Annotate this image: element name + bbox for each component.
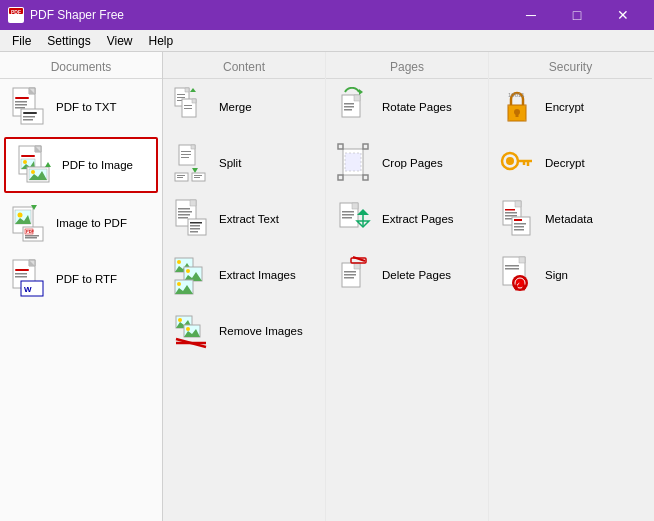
remove-images-icon — [173, 311, 209, 351]
menu-view[interactable]: View — [99, 32, 141, 50]
item-remove-images[interactable]: Remove Images — [163, 303, 325, 359]
svg-rect-67 — [178, 214, 190, 216]
svg-rect-65 — [178, 208, 190, 210]
svg-rect-11 — [23, 112, 37, 114]
pdf-to-rtf-label: PDF to RTF — [56, 272, 117, 287]
svg-rect-96 — [338, 175, 343, 180]
extract-text-icon — [173, 199, 209, 239]
svg-marker-135 — [519, 257, 525, 263]
item-decrypt[interactable]: Decrypt — [489, 135, 652, 191]
crop-pages-label: Crop Pages — [382, 156, 443, 171]
close-button[interactable]: ✕ — [600, 0, 646, 30]
svg-text:PDF: PDF — [11, 9, 21, 15]
svg-marker-50 — [190, 88, 196, 92]
svg-rect-62 — [194, 177, 200, 178]
svg-rect-68 — [178, 217, 188, 219]
svg-rect-88 — [344, 103, 354, 105]
svg-marker-42 — [185, 88, 189, 92]
item-pdf-to-txt[interactable]: PDF to TXT — [0, 79, 162, 135]
svg-marker-47 — [192, 99, 196, 103]
pdf-to-txt-icon — [10, 87, 46, 127]
delete-pages-label: Delete Pages — [382, 268, 451, 283]
item-pdf-to-rtf[interactable]: W PDF to RTF — [0, 251, 162, 307]
item-sign[interactable]: ✓ Sign — [489, 247, 652, 303]
svg-rect-136 — [505, 265, 519, 267]
svg-rect-6 — [15, 97, 29, 99]
svg-point-22 — [31, 170, 35, 174]
col-security: Security 10011 — [489, 52, 652, 521]
metadata-icon — [499, 199, 535, 239]
svg-point-19 — [23, 160, 27, 164]
merge-label: Merge — [219, 100, 252, 115]
minimize-button[interactable]: ─ — [508, 0, 554, 30]
header-security: Security — [489, 52, 652, 79]
item-extract-images[interactable]: Extract Images — [163, 247, 325, 303]
svg-marker-99 — [352, 203, 358, 209]
svg-rect-89 — [344, 106, 354, 108]
svg-rect-94 — [338, 144, 343, 149]
sign-label: Sign — [545, 268, 568, 283]
svg-point-77 — [186, 269, 190, 273]
maximize-button[interactable]: □ — [554, 0, 600, 30]
svg-rect-95 — [363, 144, 368, 149]
svg-marker-91 — [359, 89, 363, 95]
pdf-to-image-label: PDF to Image — [62, 158, 133, 173]
header-documents: Documents — [0, 52, 162, 79]
item-extract-pages[interactable]: Extract Pages — [326, 191, 488, 247]
svg-point-79 — [177, 282, 181, 286]
svg-point-119 — [506, 157, 514, 165]
split-label: Split — [219, 156, 241, 171]
delete-pages-icon — [336, 255, 372, 295]
svg-rect-7 — [15, 101, 27, 103]
svg-rect-12 — [23, 116, 35, 118]
svg-marker-52 — [191, 145, 195, 149]
item-image-to-pdf[interactable]: PDF Image to PDF — [0, 195, 162, 251]
svg-rect-127 — [505, 215, 517, 217]
svg-rect-100 — [342, 211, 354, 213]
split-icon — [173, 143, 209, 183]
svg-rect-38 — [15, 276, 27, 278]
metadata-label: Metadata — [545, 212, 593, 227]
header-content: Content — [163, 52, 325, 79]
svg-rect-102 — [342, 217, 352, 219]
crop-pages-icon — [336, 143, 372, 183]
item-merge[interactable]: Merge — [163, 79, 325, 135]
menu-file[interactable]: File — [4, 32, 39, 50]
svg-rect-58 — [177, 175, 185, 176]
rotate-pages-label: Rotate Pages — [382, 100, 452, 115]
svg-point-75 — [177, 260, 181, 264]
window-controls: ─ □ ✕ — [508, 0, 646, 30]
menu-settings[interactable]: Settings — [39, 32, 98, 50]
extract-images-label: Extract Images — [219, 268, 296, 283]
col-documents: Documents — [0, 52, 163, 521]
svg-rect-131 — [514, 223, 526, 225]
svg-marker-124 — [515, 201, 521, 207]
svg-rect-72 — [190, 228, 200, 230]
item-encrypt[interactable]: 10011 Encrypt — [489, 79, 652, 135]
extract-text-label: Extract Text — [219, 212, 279, 227]
svg-rect-93 — [345, 153, 361, 171]
item-rotate-pages[interactable]: Rotate Pages — [326, 79, 488, 135]
menu-help[interactable]: Help — [141, 32, 182, 50]
svg-rect-48 — [184, 105, 192, 106]
item-delete-pages[interactable]: Delete Pages — [326, 247, 488, 303]
svg-marker-107 — [354, 263, 360, 269]
remove-images-label: Remove Images — [219, 324, 303, 339]
item-extract-text[interactable]: Extract Text — [163, 191, 325, 247]
svg-rect-54 — [181, 154, 191, 155]
decrypt-label: Decrypt — [545, 156, 585, 171]
svg-point-26 — [18, 213, 23, 218]
svg-point-83 — [186, 327, 190, 331]
item-pdf-to-image[interactable]: PDF to Image — [4, 137, 158, 193]
svg-marker-56 — [192, 168, 198, 173]
item-split[interactable]: Split — [163, 135, 325, 191]
columns-container: Documents — [0, 52, 654, 521]
svg-rect-32 — [25, 237, 37, 239]
item-metadata[interactable]: Metadata — [489, 191, 652, 247]
svg-rect-59 — [177, 177, 183, 178]
svg-rect-55 — [181, 157, 189, 158]
rotate-pages-icon — [336, 87, 372, 127]
item-crop-pages[interactable]: Crop Pages — [326, 135, 488, 191]
svg-rect-110 — [344, 277, 354, 279]
extract-pages-icon — [336, 199, 372, 239]
